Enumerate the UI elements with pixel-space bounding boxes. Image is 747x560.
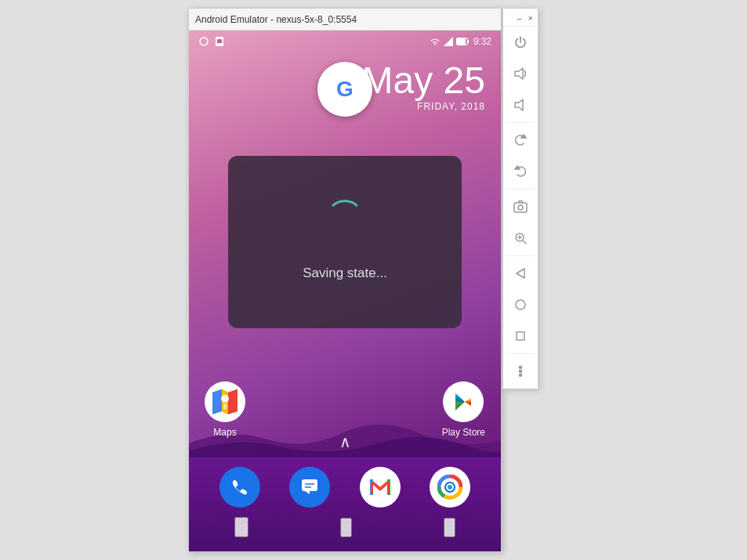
rotate-cw-button[interactable] <box>505 125 536 156</box>
emulator-window: Android Emulator - nexus-5x-8_0:5554 <box>188 8 502 552</box>
date-main: May 25 <box>362 62 485 99</box>
recents-hw-button[interactable] <box>505 320 536 352</box>
svg-point-12 <box>221 395 229 403</box>
title-bar: Android Emulator - nexus-5x-8_0:5554 <box>189 9 501 31</box>
rotate-ccw-icon <box>513 164 528 179</box>
phone-icon <box>230 477 250 497</box>
spinner-arc <box>326 200 364 237</box>
volume-up-icon <box>513 66 528 81</box>
svg-marker-10 <box>212 389 222 414</box>
messages-dock-icon[interactable] <box>289 467 330 508</box>
status-left-icons <box>198 36 225 47</box>
phone-screen[interactable]: 9:32 G May 25 FRIDAY, 2018 Saving state.… <box>189 31 501 551</box>
gmail-dock-icon[interactable] <box>360 467 401 508</box>
saving-state-dialog: Saving state... <box>228 156 462 328</box>
svg-point-29 <box>448 485 452 490</box>
more-button[interactable] <box>505 356 536 387</box>
play-store-label: Play Store <box>442 427 485 438</box>
volume-down-button[interactable] <box>505 89 536 121</box>
play-store-svg <box>452 391 474 413</box>
gmail-icon <box>369 479 391 496</box>
signal-icon <box>444 37 453 46</box>
svg-rect-42 <box>517 332 524 340</box>
back-hw-button[interactable] <box>505 258 536 289</box>
messages-icon <box>299 477 320 497</box>
svg-point-44 <box>520 370 522 373</box>
svg-marker-33 <box>515 166 520 169</box>
back-triangle-icon <box>513 266 528 281</box>
back-nav-button[interactable]: ◁ <box>234 517 248 537</box>
sidebar-divider-2 <box>506 189 534 190</box>
svg-marker-40 <box>517 269 524 278</box>
sidebar-top-bar: – × <box>503 10 538 27</box>
app-dock: ◁ ○ □ <box>189 457 501 551</box>
svg-marker-31 <box>515 99 523 110</box>
sidebar-divider-1 <box>506 122 534 123</box>
time-display: 9:32 <box>473 36 491 47</box>
home-hw-button[interactable] <box>505 289 536 320</box>
svg-point-13 <box>223 403 227 410</box>
svg-marker-17 <box>465 402 471 406</box>
play-store-app-icon-item[interactable]: Play Store <box>442 381 485 438</box>
svg-marker-14 <box>455 393 465 402</box>
circle-status-icon <box>198 36 209 47</box>
sidebar-controls: – × <box>502 8 538 389</box>
recents-nav-button[interactable]: □ <box>444 518 455 537</box>
svg-point-41 <box>516 300 525 309</box>
volume-up-button[interactable] <box>505 58 536 89</box>
swipe-up-hint: ∧ <box>339 432 351 451</box>
more-dots-icon <box>513 363 528 379</box>
navigation-bar: ◁ ○ □ <box>189 514 501 544</box>
date-sub: FRIDAY, 2018 <box>362 101 485 112</box>
svg-point-0 <box>200 38 208 45</box>
svg-marker-19 <box>305 491 310 494</box>
svg-rect-5 <box>457 39 465 45</box>
maps-app-icon-item[interactable]: Maps <box>205 381 245 438</box>
phone-dock-icon[interactable] <box>219 467 260 508</box>
power-icon <box>513 34 528 50</box>
svg-marker-30 <box>515 68 523 79</box>
minimize-button[interactable]: – <box>515 13 523 23</box>
svg-rect-2 <box>217 39 222 43</box>
play-store-icon <box>443 381 484 422</box>
status-right-area: 9:32 <box>430 36 491 47</box>
svg-marker-3 <box>444 37 453 46</box>
window-title: Android Emulator - nexus-5x-8_0:5554 <box>195 14 357 25</box>
svg-marker-15 <box>455 402 465 410</box>
svg-rect-34 <box>514 203 527 212</box>
volume-down-icon <box>513 97 528 113</box>
screenshot-button[interactable] <box>505 191 536 222</box>
rotate-ccw-button[interactable] <box>505 156 536 187</box>
zoom-button[interactable] <box>505 222 536 254</box>
date-display: May 25 FRIDAY, 2018 <box>362 62 485 112</box>
rotate-cw-icon <box>513 132 528 148</box>
wifi-icon <box>430 36 441 47</box>
svg-line-37 <box>523 240 526 244</box>
svg-marker-32 <box>521 135 526 138</box>
camera-icon <box>513 199 528 215</box>
zoom-icon <box>513 230 528 246</box>
svg-point-35 <box>518 205 523 210</box>
svg-marker-16 <box>465 398 471 402</box>
sim-status-icon <box>214 36 225 47</box>
saving-text: Saving state... <box>303 266 387 281</box>
chrome-dock-icon[interactable] <box>430 467 470 508</box>
app-icons-row: Maps <box>205 381 485 438</box>
recents-square-icon <box>513 328 528 344</box>
svg-marker-11 <box>228 389 238 414</box>
svg-point-45 <box>520 374 522 377</box>
maps-label: Maps <box>213 427 236 438</box>
chevron-up-icon: ∧ <box>339 432 351 451</box>
dock-apps-row <box>189 457 501 514</box>
battery-icon <box>456 37 470 46</box>
sidebar-divider-4 <box>506 353 534 354</box>
home-circle-icon <box>513 297 528 313</box>
maps-icon <box>205 381 245 422</box>
close-button[interactable]: × <box>527 13 535 23</box>
chrome-icon <box>437 475 462 500</box>
home-nav-button[interactable]: ○ <box>340 518 352 537</box>
power-button[interactable] <box>505 27 536 58</box>
svg-rect-18 <box>302 479 317 491</box>
svg-point-43 <box>520 367 522 369</box>
loading-spinner <box>321 195 368 242</box>
